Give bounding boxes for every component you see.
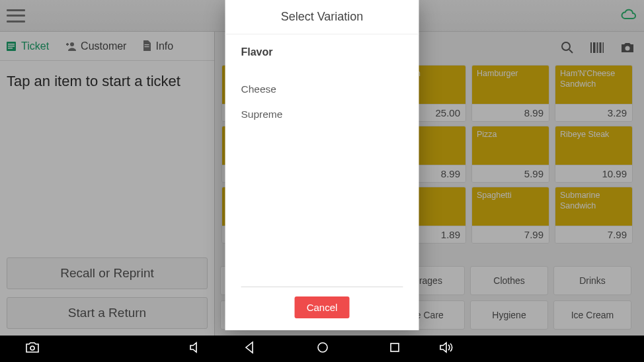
variation-option[interactable]: Cheese (241, 77, 403, 102)
nav-home-icon[interactable] (316, 341, 329, 357)
svg-point-15 (30, 346, 34, 350)
variation-group-label: Flavor (241, 46, 403, 58)
volume-up-icon[interactable] (439, 341, 455, 356)
svg-rect-17 (391, 343, 399, 351)
screenshot-icon[interactable] (25, 341, 40, 356)
variation-option[interactable]: Supreme (241, 102, 403, 127)
cancel-button[interactable]: Cancel (295, 296, 350, 318)
dialog-title: Select Variation (225, 0, 419, 34)
android-navbar (0, 336, 644, 362)
svg-point-16 (318, 343, 327, 352)
volume-down-icon[interactable] (189, 341, 202, 356)
nav-back-icon[interactable] (243, 341, 257, 357)
select-variation-dialog: Select Variation Flavor CheeseSupreme Ca… (225, 0, 419, 330)
nav-recents-icon[interactable] (389, 341, 401, 356)
